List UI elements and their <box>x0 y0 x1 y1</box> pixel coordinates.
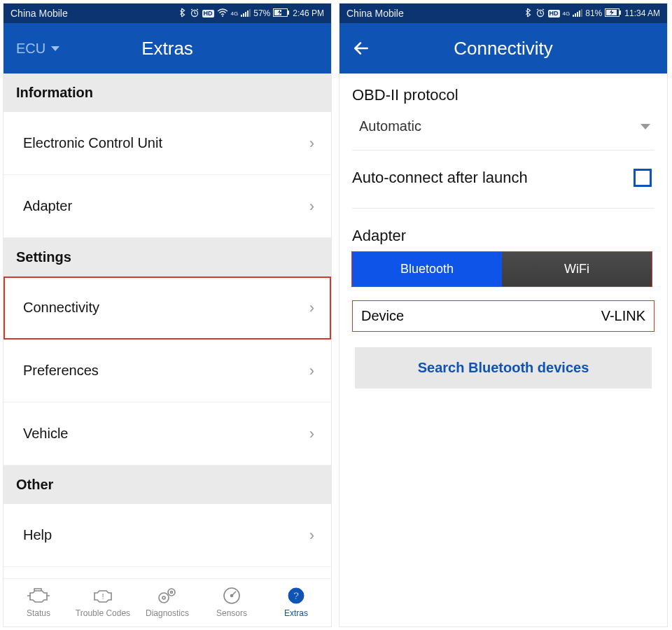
chevron-right-icon: › <box>309 362 314 380</box>
autoconnect-label: Auto-connect after launch <box>352 169 528 187</box>
carrier-label: China Mobile <box>10 8 68 19</box>
bluetooth-icon <box>525 8 533 20</box>
row-vehicle[interactable]: Vehicle › <box>4 402 331 465</box>
svg-rect-2 <box>241 15 242 17</box>
phone-extras: China Mobile HD 4G 57% 2:46 PM EC <box>3 3 332 627</box>
status-icons: HD 4G 81% 11:34 AM <box>525 8 660 20</box>
segment-bluetooth[interactable]: Bluetooth <box>352 252 502 286</box>
row-electronic-control-unit[interactable]: Electronic Control Unit › <box>4 112 331 175</box>
autoconnect-row[interactable]: Auto-connect after launch <box>352 169 654 209</box>
search-bluetooth-button[interactable]: Search Bluetooth devices <box>355 347 652 388</box>
hd-icon: HD <box>548 10 560 18</box>
signal-icon <box>573 8 582 19</box>
section-header-information: Information <box>4 74 331 112</box>
svg-point-16 <box>231 595 233 597</box>
svg-point-1 <box>222 15 223 17</box>
svg-text:!: ! <box>102 592 104 601</box>
svg-rect-23 <box>579 10 580 17</box>
app-bar-connectivity: Connectivity <box>340 23 667 74</box>
engine-icon <box>26 586 51 606</box>
hd-icon: HD <box>202 10 214 18</box>
svg-rect-20 <box>573 15 574 17</box>
svg-rect-22 <box>577 12 578 17</box>
battery-icon <box>273 8 290 19</box>
chevron-right-icon: › <box>309 197 314 216</box>
svg-point-11 <box>159 593 169 603</box>
device-label: Device <box>361 308 404 324</box>
page-title: Connectivity <box>340 38 667 59</box>
network-type-icon: 4G <box>231 10 239 17</box>
nav-diagnostics[interactable]: Diagnostics <box>138 586 197 618</box>
device-value: V-LINK <box>601 308 645 324</box>
svg-rect-24 <box>581 9 582 17</box>
clock-label: 11:34 AM <box>624 8 660 18</box>
row-label: Connectivity <box>23 300 99 316</box>
autoconnect-checkbox[interactable] <box>634 169 652 187</box>
chevron-right-icon: › <box>309 425 314 443</box>
chevron-down-icon <box>640 124 650 130</box>
network-type-icon: 4G <box>563 10 570 17</box>
question-circle-icon: ? <box>284 586 309 606</box>
ecu-dropdown[interactable]: ECU <box>4 41 59 57</box>
gears-icon <box>155 586 180 606</box>
adapter-segmented: Bluetooth WiFi <box>352 252 652 286</box>
back-button[interactable] <box>340 39 370 57</box>
svg-text:?: ? <box>293 589 299 601</box>
protocol-label: OBD-II protocol <box>352 86 654 104</box>
row-help[interactable]: Help › <box>4 504 331 567</box>
status-icons: HD 4G 57% 2:46 PM <box>179 8 324 20</box>
chevron-down-icon <box>51 46 59 51</box>
segment-wifi[interactable]: WiFi <box>502 252 652 286</box>
nav-label: Status <box>27 608 50 618</box>
svg-rect-21 <box>575 13 576 17</box>
battery-icon <box>605 8 622 19</box>
svg-point-13 <box>168 589 175 596</box>
section-header-other: Other <box>4 465 331 504</box>
row-adapter[interactable]: Adapter › <box>4 175 331 238</box>
signal-icon <box>241 8 251 19</box>
chevron-right-icon: › <box>309 299 314 317</box>
phone-connectivity: China Mobile HD 4G 81% 11:34 AM Connecti… <box>339 3 668 627</box>
battery-percent: 57% <box>253 8 270 18</box>
carrier-label: China Mobile <box>346 8 404 19</box>
svg-rect-5 <box>247 10 248 17</box>
svg-rect-4 <box>245 12 246 17</box>
nav-status[interactable]: Status <box>9 586 68 618</box>
svg-rect-8 <box>288 10 289 15</box>
bottom-nav: Status ! Trouble Codes Diagnostics Senso… <box>4 578 331 626</box>
app-bar-extras: ECU Extras <box>4 23 331 74</box>
svg-point-12 <box>162 596 165 599</box>
row-label: Preferences <box>23 363 99 379</box>
connectivity-content: OBD-II protocol Automatic Auto-connect a… <box>340 74 667 388</box>
row-label: Adapter <box>23 198 72 214</box>
chevron-right-icon: › <box>309 526 314 545</box>
row-label: Vehicle <box>23 426 69 442</box>
ecu-dropdown-label: ECU <box>16 41 46 57</box>
alarm-icon <box>536 8 545 20</box>
nav-label: Sensors <box>216 608 247 618</box>
arrow-left-icon <box>352 39 370 57</box>
status-bar: China Mobile HD 4G 81% 11:34 AM <box>340 4 667 23</box>
nav-label: Trouble Codes <box>76 608 130 618</box>
protocol-select[interactable]: Automatic <box>352 111 654 150</box>
nav-trouble-codes[interactable]: ! Trouble Codes <box>74 586 132 618</box>
row-label: Electronic Control Unit <box>23 135 162 151</box>
engine-warning-icon: ! <box>90 586 115 606</box>
device-row[interactable]: Device V-LINK <box>352 300 654 332</box>
section-header-settings: Settings <box>4 238 331 276</box>
bluetooth-icon <box>179 8 187 20</box>
nav-label: Diagnostics <box>146 608 189 618</box>
nav-extras[interactable]: ? Extras <box>267 586 326 618</box>
row-label: Help <box>23 527 52 543</box>
row-connectivity[interactable]: Connectivity › <box>4 276 331 340</box>
clock-label: 2:46 PM <box>293 8 324 18</box>
svg-rect-3 <box>243 13 244 17</box>
nav-sensors[interactable]: Sensors <box>202 586 261 618</box>
svg-point-14 <box>171 592 173 594</box>
gauge-icon <box>219 586 244 606</box>
svg-rect-26 <box>620 10 621 15</box>
alarm-icon <box>190 8 200 20</box>
status-bar: China Mobile HD 4G 57% 2:46 PM <box>4 4 331 23</box>
row-preferences[interactable]: Preferences › <box>4 340 331 402</box>
nav-label: Extras <box>284 608 308 618</box>
